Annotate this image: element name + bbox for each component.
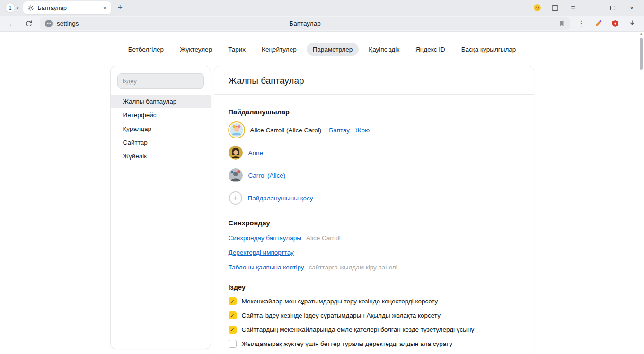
nav-tab-downloads[interactable]: Жүктеулер [174, 43, 218, 56]
option-label: Сайттардың мекенжайларында емле қателері… [242, 326, 475, 333]
download-icon[interactable] [626, 18, 638, 29]
menu-icon[interactable]: ≡ [566, 2, 580, 14]
more-options-button[interactable]: ⋮ [575, 18, 587, 29]
option-label: Жылдамырақ жүктеу үшін беттер туралы дер… [242, 340, 452, 347]
page-scrollbar: ▴ [639, 34, 643, 352]
add-user-row[interactable]: + Пайдаланушыны қосу [229, 190, 520, 207]
sync-account-note: Alice Carroll [306, 234, 341, 242]
sync-settings-link[interactable]: Синхрондау баптаулары [229, 234, 301, 242]
sync-row: Синхрондау баптаулары Alice Carroll [229, 234, 520, 242]
browser-tab[interactable]: Баптаулар × [23, 1, 111, 14]
sidebar-item-tools[interactable]: Құралдар [111, 122, 211, 136]
search-input[interactable] [117, 73, 204, 89]
protect-shield-icon[interactable] [609, 18, 621, 29]
tab-title: Баптаулар [38, 5, 99, 11]
site-icon [45, 20, 53, 27]
add-user-link[interactable]: Пайдаланушыны қосу [248, 195, 313, 202]
maximize-button[interactable] [603, 1, 622, 15]
side-panel-icon[interactable] [548, 2, 562, 14]
checkbox-suggestions[interactable]: ✓ [229, 297, 237, 305]
address-bar[interactable]: settings Баптаулар [40, 17, 570, 30]
sidebar-item-system[interactable]: Жүйелік [111, 149, 211, 163]
user-delete-link[interactable]: Жою [355, 127, 370, 134]
search-option-row: ✓ Мекенжайлар мен сұратымдарды теру кезі… [229, 297, 520, 305]
nav-tab-history[interactable]: Тарих [222, 43, 252, 56]
settings-layout: Жалпы баптаулар Интерфейс Құралдар Сайтт… [0, 66, 644, 354]
nav-tab-extensions[interactable]: Кеңейтулер [256, 43, 303, 56]
scroll-up-icon[interactable]: ▴ [639, 31, 643, 35]
new-tab-button[interactable]: + [113, 3, 128, 13]
user-configure-link[interactable]: Баптау [329, 127, 350, 134]
nav-tab-settings[interactable]: Параметрлер [307, 43, 359, 56]
tab-group-button[interactable]: 1 ▾ [3, 3, 21, 13]
toolbar: ← settings Баптаулар ⋮ [0, 16, 644, 32]
chevron-down-icon: ▾ [17, 6, 19, 10]
settings-sidebar: Жалпы баптаулар Интерфейс Құралдар Сайтт… [110, 66, 211, 349]
close-tab-icon[interactable]: × [103, 5, 106, 11]
check-icon: ✓ [230, 299, 235, 304]
user-row: Alice Carroll (Alice Carol) Баптау Жою [229, 121, 520, 138]
user-name: Alice Carroll (Alice Carol) [250, 127, 322, 134]
bookmark-icon[interactable] [558, 20, 565, 27]
tabstrip-right-controls: ≡ – × [530, 1, 641, 15]
sync-row: Деректерді импорттау [229, 249, 520, 256]
search-section-heading: Іздеу [229, 284, 520, 291]
user-row: Carrol (Alice) [229, 167, 520, 184]
scrollbar-thumb[interactable] [640, 38, 643, 70]
option-label: Мекенжайлар мен сұратымдарды теру кезінд… [242, 298, 438, 305]
user-link-carrol[interactable]: Carrol (Alice) [248, 172, 286, 179]
sidebar-item-sites[interactable]: Сайттар [111, 136, 211, 149]
refresh-button[interactable] [23, 18, 35, 29]
page-title: Жалпы баптаулар [214, 66, 534, 95]
sync-row: Таблоны қалпына келтіру сайттарға жылдам… [229, 264, 520, 271]
gear-icon [27, 5, 34, 11]
user-link-anne[interactable]: Anne [248, 149, 264, 156]
nav-tab-yandex-id[interactable]: Яндекс ID [409, 43, 451, 56]
tableau-note: сайттарға жылдам кіру панелі [309, 264, 397, 271]
back-button[interactable]: ← [6, 18, 18, 29]
import-data-link[interactable]: Деректерді импорттау [229, 249, 294, 256]
checkbox-typo-fix[interactable]: ✓ [229, 326, 237, 334]
search-option-row: ✓ Жылдамырақ жүктеу үшін беттер туралы д… [229, 340, 520, 348]
search-option-row: ✓ Сайттардың мекенжайларында емле қателе… [229, 326, 520, 334]
maximize-icon [610, 6, 615, 10]
tab-count-badge: 1 [5, 3, 15, 13]
settings-nav: Бетбелгілер Жүктеулер Тарих Кеңейтулер П… [0, 32, 644, 56]
address-page-title: Баптаулар [40, 20, 570, 27]
nav-tab-other-devices[interactable]: Басқа құрылғылар [455, 43, 522, 56]
sync-section-heading: Синхрондау [229, 219, 520, 227]
check-icon: ✓ [230, 327, 235, 333]
sidebar-list: Жалпы баптаулар Интерфейс Құралдар Сайтт… [111, 95, 211, 163]
nav-tab-security[interactable]: Қауіпсіздік [362, 43, 406, 56]
user-avatar-anne[interactable] [229, 146, 243, 160]
sidebar-item-general[interactable]: Жалпы баптаулар [111, 95, 211, 108]
checkbox-prefetch[interactable]: ✓ [229, 340, 237, 348]
nav-tab-bookmarks[interactable]: Бетбелгілер [122, 43, 170, 56]
close-window-button[interactable]: × [622, 1, 641, 15]
tab-strip: 1 ▾ Баптаулар × + ≡ – × [0, 0, 644, 16]
option-label: Сайтта іздеу кезінде іздеу сұратымдарын … [242, 312, 441, 319]
plus-icon: + [229, 191, 242, 205]
settings-page: Бетбелгілер Жүктеулер Тарих Кеңейтулер П… [0, 32, 644, 354]
search-option-row: ✓ Сайтта іздеу кезінде іздеу сұратымдары… [229, 311, 520, 319]
url-text: settings [57, 20, 79, 27]
user-row: Anne [229, 144, 520, 161]
users-section-heading: Пайдаланушылар [229, 108, 520, 116]
user-avatar-carrol[interactable] [229, 168, 243, 182]
pen-icon[interactable] [592, 18, 604, 29]
restore-tableau-link[interactable]: Таблоны қалпына келтіру [229, 264, 304, 271]
sidebar-item-interface[interactable]: Интерфейс [111, 108, 211, 122]
checkbox-site-search[interactable]: ✓ [229, 311, 237, 319]
user-avatar-alice-carroll[interactable] [230, 123, 243, 137]
check-icon: ✓ [230, 313, 235, 319]
settings-body: Пайдаланушылар Alice Carroll (Alice Caro… [214, 95, 534, 354]
minimize-button[interactable]: – [584, 1, 603, 15]
settings-main: Жалпы баптаулар Пайдаланушылар Alice Car… [214, 66, 534, 354]
emoji-smiley-icon[interactable] [530, 2, 544, 14]
